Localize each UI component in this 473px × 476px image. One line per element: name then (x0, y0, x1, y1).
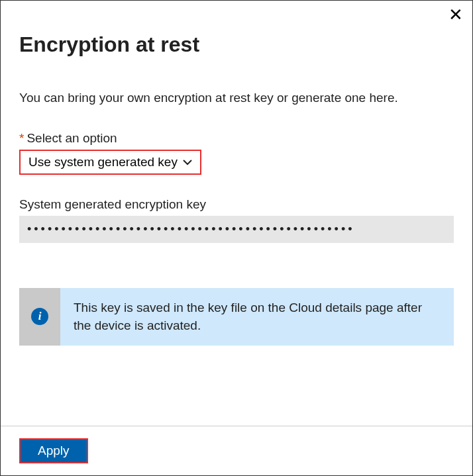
option-dropdown-value: Use system generated key (28, 155, 178, 169)
description-text: You can bring your own encryption at res… (19, 89, 454, 107)
required-indicator: * (19, 131, 24, 145)
info-box: i This key is saved in the key file on t… (19, 288, 454, 346)
option-dropdown[interactable]: Use system generated key (19, 150, 201, 175)
close-icon[interactable]: ✕ (448, 6, 463, 23)
option-label: *Select an option (19, 131, 454, 146)
option-label-text: Select an option (26, 131, 117, 145)
info-icon: i (31, 308, 48, 325)
key-label: System generated encryption key (19, 197, 454, 212)
chevron-down-icon (183, 156, 192, 168)
info-text: This key is saved in the key file on the… (60, 288, 454, 346)
key-field (19, 216, 454, 243)
apply-button[interactable]: Apply (19, 438, 88, 463)
page-title: Encryption at rest (19, 32, 454, 57)
encryption-panel: Encryption at rest You can bring your ow… (1, 1, 472, 424)
footer-bar: Apply (1, 426, 472, 475)
info-icon-wrap: i (19, 288, 60, 346)
